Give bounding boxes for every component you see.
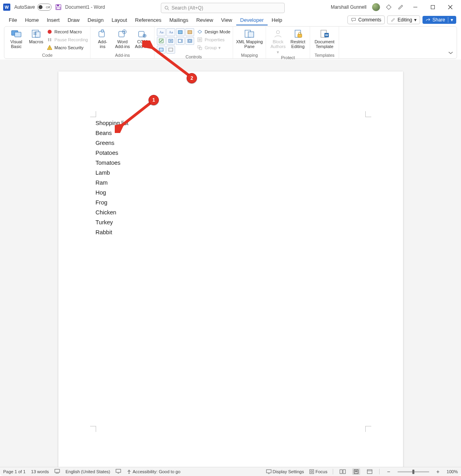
doc-line[interactable]: Tomatoes xyxy=(96,158,366,168)
display-icon[interactable] xyxy=(116,469,121,474)
svg-point-3 xyxy=(165,6,168,10)
ribbon-collapse-button[interactable] xyxy=(448,50,453,56)
tab-home[interactable]: Home xyxy=(21,15,43,25)
visual-basic-button[interactable]: Visual Basic xyxy=(7,28,26,49)
annotation-callout-1: 1 xyxy=(149,95,159,105)
display-settings-button[interactable]: Display Settings xyxy=(266,469,304,474)
pencil-icon xyxy=(391,17,395,22)
group-label-mapping: Mapping xyxy=(235,52,263,58)
search-placeholder: Search (Alt+Q) xyxy=(172,5,203,11)
share-button[interactable]: Share▾ xyxy=(422,16,456,24)
doc-line[interactable]: Hog xyxy=(96,188,366,198)
doc-line[interactable]: Lamb xyxy=(96,168,366,178)
word-app-icon: W xyxy=(3,4,10,11)
search-input[interactable]: Search (Alt+Q) xyxy=(161,3,285,13)
pen-icon[interactable] xyxy=(397,4,404,10)
svg-rect-39 xyxy=(298,34,302,37)
close-button[interactable] xyxy=(444,1,456,13)
svg-rect-6 xyxy=(431,6,435,9)
block-authors-button: Block Authors ▾ xyxy=(268,28,287,54)
doc-line[interactable]: Chicken xyxy=(96,208,366,218)
tab-references[interactable]: References xyxy=(131,15,165,25)
margin-corner xyxy=(365,426,371,432)
ribbon-group-protect: Block Authors ▾ Restrict Editing Protect xyxy=(266,27,310,58)
accessibility-icon xyxy=(127,469,131,474)
svg-rect-50 xyxy=(266,470,271,473)
web-layout-button[interactable] xyxy=(366,468,374,475)
tab-insert[interactable]: Insert xyxy=(43,15,64,25)
svg-rect-2 xyxy=(57,7,60,9)
svg-rect-54 xyxy=(340,470,342,474)
comments-button[interactable]: Comments xyxy=(347,15,385,24)
editing-button[interactable]: Editing▾ xyxy=(387,15,420,24)
autosave-label: AutoSave xyxy=(14,4,35,10)
maximize-button[interactable] xyxy=(427,1,439,13)
tab-review[interactable]: Review xyxy=(192,15,217,25)
autosave-toggle[interactable]: AutoSave Off xyxy=(14,4,52,11)
svg-rect-34 xyxy=(199,47,202,50)
page[interactable]: Shopping listBeansGreensPotatoesTomatoes… xyxy=(58,71,403,468)
word-addins-button[interactable]: Word Add-ins xyxy=(113,28,132,49)
restrict-editing-button[interactable]: Restrict Editing xyxy=(288,28,307,49)
doc-line[interactable]: Potatoes xyxy=(96,148,366,158)
svg-rect-33 xyxy=(198,46,200,48)
tab-file[interactable]: File xyxy=(5,15,21,25)
svg-rect-52 xyxy=(310,470,314,474)
menu-bar: FileHomeInsertDrawDesignLayoutReferences… xyxy=(0,14,461,25)
svg-point-13 xyxy=(48,30,52,34)
status-bar: Page 1 of 1 13 words English (United Sta… xyxy=(0,467,461,476)
svg-point-49 xyxy=(129,470,130,471)
svg-point-37 xyxy=(276,31,280,34)
document-template-button[interactable]: WDocument Template xyxy=(312,28,336,49)
macros-button[interactable]: Macros xyxy=(27,28,46,44)
xml-mapping-button[interactable]: XML Mapping Pane xyxy=(235,28,263,49)
zoom-out-button[interactable]: − xyxy=(385,468,392,475)
read-mode-button[interactable] xyxy=(339,468,347,475)
status-page[interactable]: Page 1 of 1 xyxy=(3,469,25,474)
chevron-down-icon[interactable]: ▾ xyxy=(448,17,453,23)
user-name[interactable]: Marshall Gunnell xyxy=(331,4,366,10)
tab-view[interactable]: View xyxy=(217,15,236,25)
tab-developer[interactable]: Developer xyxy=(236,15,268,25)
zoom-level[interactable]: 100% xyxy=(447,469,458,474)
doc-line[interactable]: Ram xyxy=(96,178,366,188)
status-accessibility[interactable]: Accessibility: Good to go xyxy=(127,469,180,474)
svg-rect-36 xyxy=(248,32,254,37)
minimize-button[interactable] xyxy=(409,1,421,13)
text-predictions-icon[interactable] xyxy=(54,469,60,474)
svg-rect-14 xyxy=(48,38,49,41)
save-button[interactable] xyxy=(55,4,62,11)
annotation-callout-2: 2 xyxy=(187,73,197,83)
addins-button[interactable]: Add- ins xyxy=(93,28,112,49)
doc-line[interactable]: Greens xyxy=(96,138,366,148)
chevron-down-icon: ▾ xyxy=(218,45,221,50)
diamond-icon[interactable] xyxy=(386,4,392,10)
record-macro-button[interactable]: Record Macro xyxy=(46,28,88,35)
avatar[interactable] xyxy=(372,3,380,11)
ribbon: Visual Basic Macros Record Macro Pause R… xyxy=(4,26,457,59)
tab-help[interactable]: Help xyxy=(268,15,286,25)
tab-draw[interactable]: Draw xyxy=(64,15,83,25)
svg-rect-10 xyxy=(15,32,21,37)
zoom-in-button[interactable]: + xyxy=(435,468,441,475)
status-words[interactable]: 13 words xyxy=(31,469,49,474)
search-icon xyxy=(164,6,169,10)
doc-line[interactable]: Frog xyxy=(96,198,366,208)
svg-rect-47 xyxy=(116,469,121,472)
design-mode-button[interactable]: Design Mode xyxy=(197,28,230,35)
doc-line[interactable]: Turkey xyxy=(96,218,366,227)
autosave-switch[interactable]: Off xyxy=(37,4,52,11)
chevron-down-icon: ▾ xyxy=(414,17,417,23)
tab-layout[interactable]: Layout xyxy=(108,15,131,25)
print-layout-button[interactable] xyxy=(352,468,360,475)
doc-line[interactable]: Rabbit xyxy=(96,227,366,237)
margin-corner xyxy=(90,426,96,432)
status-language[interactable]: English (United States) xyxy=(66,469,110,474)
focus-button[interactable]: Focus xyxy=(309,469,327,474)
macro-security-button[interactable]: Macro Security xyxy=(46,44,88,51)
zoom-slider[interactable] xyxy=(397,471,429,472)
comment-icon xyxy=(351,17,356,22)
tab-mailings[interactable]: Mailings xyxy=(166,15,193,25)
tab-design[interactable]: Design xyxy=(84,15,108,25)
document-canvas[interactable]: Shopping listBeansGreensPotatoesTomatoes… xyxy=(0,60,461,471)
